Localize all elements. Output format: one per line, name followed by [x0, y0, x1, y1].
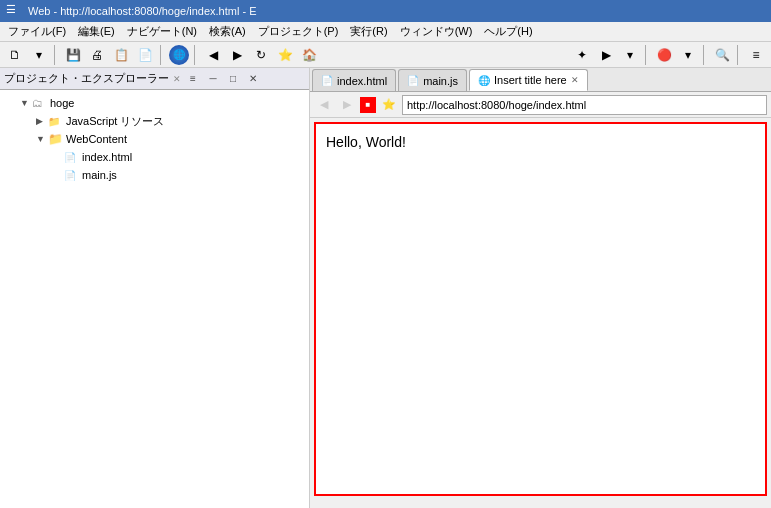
html-file-icon: 📄 — [64, 152, 80, 163]
debug-dropdown[interactable]: ▾ — [677, 44, 699, 66]
copy-button[interactable]: 📋 — [110, 44, 132, 66]
browser-stop-button[interactable]: ■ — [360, 97, 376, 113]
tab-browser-close[interactable]: ✕ — [571, 75, 579, 85]
bookmark-button[interactable]: ⭐ — [274, 44, 296, 66]
tree-item-label-js: JavaScript リソース — [66, 114, 164, 129]
project-tree: ▼ 🗂 hoge ▶ 📁 JavaScript リソース ▼ 📁 WebCont… — [0, 90, 309, 508]
menu-bar: ファイル(F) 編集(E) ナビゲート(N) 検索(A) プロジェクト(P) 実… — [0, 22, 771, 42]
toolbar-right: ✦ ▶ ▾ 🔴 ▾ 🔍 ≡ — [571, 44, 767, 66]
browser-content: Hello, World! — [314, 122, 767, 496]
toolbar-sep-4 — [645, 45, 649, 65]
menu-window[interactable]: ウィンドウ(W) — [394, 23, 479, 40]
tab-main-js[interactable]: 📄 main.js — [398, 69, 467, 91]
webcontent-folder-icon: 📁 — [48, 132, 64, 146]
bottom-strip — [310, 500, 771, 508]
paste-button[interactable]: 📄 — [134, 44, 156, 66]
extra-button[interactable]: ≡ — [745, 44, 767, 66]
panel-pin-icon: ✕ — [173, 74, 181, 84]
left-panel: プロジェクト・エクスプローラー ✕ ≡ ─ □ ✕ ▼ 🗂 hoge ▶ 📁 J… — [0, 68, 310, 508]
tree-item-hoge[interactable]: ▼ 🗂 hoge — [0, 94, 309, 112]
tree-item-label-webcontent: WebContent — [66, 133, 127, 145]
search-bar-button[interactable]: 🔍 — [711, 44, 733, 66]
title-text: Web - http://localhost:8080/hoge/index.h… — [28, 5, 765, 17]
forward-button[interactable]: ▶ — [226, 44, 248, 66]
tree-item-js-resources[interactable]: ▶ 📁 JavaScript リソース — [0, 112, 309, 130]
tab-html-icon: 📄 — [321, 75, 333, 86]
tab-index-html-label: index.html — [337, 75, 387, 87]
panel-minimize-button[interactable]: ─ — [205, 71, 221, 87]
menu-edit[interactable]: 編集(E) — [72, 23, 121, 40]
app-icon: ☰ — [6, 3, 22, 19]
url-input[interactable] — [402, 95, 767, 115]
globe-button[interactable]: 🌐 — [168, 44, 190, 66]
title-bar: ☰ Web - http://localhost:8080/hoge/index… — [0, 0, 771, 22]
back-button[interactable]: ◀ — [202, 44, 224, 66]
panel-maximize-button[interactable]: □ — [225, 71, 241, 87]
toolbar-sep-5 — [703, 45, 707, 65]
play-dropdown[interactable]: ▾ — [619, 44, 641, 66]
tab-main-js-label: main.js — [423, 75, 458, 87]
refresh-button[interactable]: ↻ — [250, 44, 272, 66]
browser-forward-button[interactable]: ▶ — [337, 95, 357, 115]
menu-search[interactable]: 検索(A) — [203, 23, 252, 40]
main-toolbar: 🗋 ▾ 💾 🖨 📋 📄 🌐 ◀ ▶ ↻ ⭐ 🏠 ✦ ▶ ▾ 🔴 ▾ 🔍 ≡ — [0, 42, 771, 68]
menu-run[interactable]: 実行(R) — [344, 23, 393, 40]
js-resources-icon: 📁 — [48, 116, 64, 127]
panel-close-button[interactable]: ✕ — [245, 71, 261, 87]
globe-icon: 🌐 — [169, 45, 189, 65]
menu-help[interactable]: ヘルプ(H) — [478, 23, 538, 40]
browser-back-button[interactable]: ◀ — [314, 95, 334, 115]
tree-item-label-mainjs: main.js — [82, 169, 117, 181]
project-icon: 🗂 — [32, 97, 48, 109]
menu-project[interactable]: プロジェクト(P) — [252, 23, 345, 40]
tab-js-icon: 📄 — [407, 75, 419, 86]
tree-item-main-js[interactable]: 📄 main.js — [0, 166, 309, 184]
toolbar-sep-2 — [160, 45, 164, 65]
print-button[interactable]: 🖨 — [86, 44, 108, 66]
tab-index-html[interactable]: 📄 index.html — [312, 69, 396, 91]
page-content-text: Hello, World! — [326, 134, 406, 150]
toolbar-sep-3 — [194, 45, 198, 65]
toolbar-sep-1 — [54, 45, 58, 65]
right-panel: 📄 index.html 📄 main.js 🌐 Insert title he… — [310, 68, 771, 508]
toolbar-sep-6 — [737, 45, 741, 65]
panel-title-bar: プロジェクト・エクスプローラー ✕ ≡ ─ □ ✕ — [0, 68, 309, 90]
panel-menu-button[interactable]: ≡ — [185, 71, 201, 87]
tab-web-icon: 🌐 — [478, 75, 490, 86]
debug-button[interactable]: 🔴 — [653, 44, 675, 66]
new-button[interactable]: 🗋 — [4, 44, 26, 66]
tab-browser-label: Insert title here — [494, 74, 567, 86]
browser-bookmark-button[interactable]: ⭐ — [379, 95, 399, 115]
tab-browser[interactable]: 🌐 Insert title here ✕ — [469, 69, 588, 91]
save-button[interactable]: 💾 — [62, 44, 84, 66]
sun-button[interactable]: ✦ — [571, 44, 593, 66]
menu-navigate[interactable]: ナビゲート(N) — [121, 23, 203, 40]
menu-file[interactable]: ファイル(F) — [2, 23, 72, 40]
tree-item-webcontent[interactable]: ▼ 📁 WebContent — [0, 130, 309, 148]
tree-item-index-html[interactable]: 📄 index.html — [0, 148, 309, 166]
play-button[interactable]: ▶ — [595, 44, 617, 66]
tree-item-label-hoge: hoge — [50, 97, 74, 109]
tree-item-label-index: index.html — [82, 151, 132, 163]
panel-title-text: プロジェクト・エクスプローラー — [4, 71, 169, 86]
new-dropdown[interactable]: ▾ — [28, 44, 50, 66]
tabs-bar: 📄 index.html 📄 main.js 🌐 Insert title he… — [310, 68, 771, 92]
js-file-icon: 📄 — [64, 170, 80, 181]
home-button[interactable]: 🏠 — [298, 44, 320, 66]
browser-toolbar: ◀ ▶ ■ ⭐ — [310, 92, 771, 118]
main-layout: プロジェクト・エクスプローラー ✕ ≡ ─ □ ✕ ▼ 🗂 hoge ▶ 📁 J… — [0, 68, 771, 508]
